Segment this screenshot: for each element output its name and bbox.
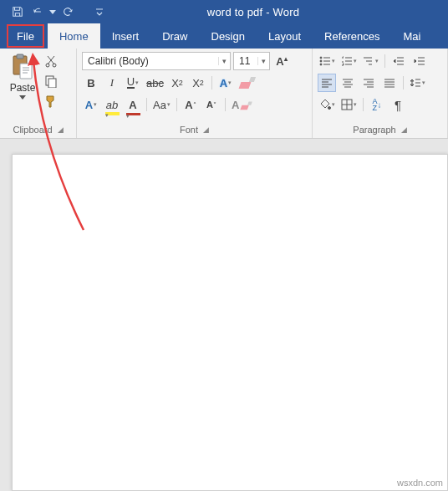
separator xyxy=(225,98,226,111)
align-right-button[interactable] xyxy=(359,74,378,92)
align-left-button[interactable] xyxy=(318,74,336,92)
strike-button[interactable]: abc xyxy=(145,74,165,92)
change-case-button[interactable]: Aa xyxy=(151,95,172,114)
multilevel-list-button[interactable] xyxy=(361,52,380,70)
paste-label: Paste xyxy=(10,82,36,94)
borders-button[interactable] xyxy=(339,95,359,114)
ribbon-tabs: File Home Insert Draw Design Layout Refe… xyxy=(0,23,448,49)
tab-references[interactable]: References xyxy=(313,23,391,49)
tab-design[interactable]: Design xyxy=(200,23,257,49)
font-size-combo[interactable]: 11 ▾ xyxy=(233,52,270,70)
chevron-down-icon[interactable]: ▾ xyxy=(218,57,230,65)
undo-more-caret-icon[interactable] xyxy=(48,3,57,21)
bold-button[interactable]: B xyxy=(82,74,100,92)
tab-home[interactable]: Home xyxy=(48,23,100,49)
undo-icon[interactable] xyxy=(28,3,47,21)
customize-qat-caret-icon[interactable] xyxy=(90,3,109,21)
group-font: Calibri (Body) ▾ 11 ▾ A▴ B I U abc X2 xyxy=(77,49,313,138)
font-launcher-icon[interactable]: ◢ xyxy=(203,125,209,134)
highlight-button[interactable]: ab xyxy=(103,95,121,114)
font-name-combo[interactable]: Calibri (Body) ▾ xyxy=(82,52,231,70)
chevron-down-icon[interactable]: ▾ xyxy=(257,57,269,65)
window-title: word to pdf - Word xyxy=(109,6,398,18)
line-spacing-button[interactable] xyxy=(408,74,427,92)
numbering-button[interactable] xyxy=(339,52,359,70)
group-font-label: Font xyxy=(180,125,198,135)
increase-indent-button[interactable] xyxy=(410,52,429,70)
sort-button[interactable]: AZ ↓ xyxy=(368,95,386,114)
clipboard-launcher-icon[interactable]: ◢ xyxy=(58,125,64,134)
svg-rect-6 xyxy=(48,79,56,88)
ribbon: Paste Clipboard ◢ xyxy=(0,49,448,139)
italic-button[interactable]: I xyxy=(103,74,121,92)
paragraph-launcher-icon[interactable]: ◢ xyxy=(401,125,407,134)
group-paragraph-label: Paragraph xyxy=(353,125,395,135)
document-workspace xyxy=(0,139,448,491)
text-effects-button[interactable]: A xyxy=(216,74,235,92)
format-painter-icon[interactable] xyxy=(43,94,59,109)
eraser-icon xyxy=(240,77,253,89)
underline-button[interactable]: U xyxy=(124,74,142,92)
paste-button[interactable]: Paste xyxy=(5,52,40,123)
redo-icon[interactable] xyxy=(59,3,77,21)
copy-icon[interactable] xyxy=(43,74,59,89)
save-icon[interactable] xyxy=(8,3,27,21)
separator xyxy=(403,76,404,90)
separator xyxy=(211,76,212,90)
svg-point-7 xyxy=(320,57,322,59)
svg-point-8 xyxy=(320,60,322,62)
font-color-button[interactable]: A xyxy=(124,95,142,114)
document-page[interactable] xyxy=(12,154,448,491)
grow-font-button[interactable]: A▴ xyxy=(272,52,291,70)
svg-point-9 xyxy=(320,64,322,65)
show-hide-paragraph-button[interactable]: ¶ xyxy=(389,95,407,114)
eraser-icon xyxy=(242,102,251,110)
separator xyxy=(146,98,147,111)
subscript-button[interactable]: X2 xyxy=(168,74,186,92)
group-clipboard-label: Clipboard xyxy=(13,125,52,135)
svg-point-10 xyxy=(328,107,331,110)
tab-draw[interactable]: Draw xyxy=(150,23,199,49)
separator xyxy=(363,98,364,111)
paste-icon xyxy=(10,54,35,80)
grow-font-alt-button[interactable]: A˄ xyxy=(181,95,200,114)
separator xyxy=(384,54,385,68)
tab-mailings[interactable]: Mai xyxy=(392,23,433,49)
tab-insert[interactable]: Insert xyxy=(100,23,151,49)
justify-button[interactable] xyxy=(380,74,399,92)
clear-formatting-button[interactable] xyxy=(237,74,256,92)
text-fill-button[interactable]: A xyxy=(82,95,100,114)
shrink-font-button[interactable]: A˅ xyxy=(202,95,221,114)
bullets-button[interactable] xyxy=(318,52,337,70)
decrease-indent-button[interactable] xyxy=(389,52,408,70)
title-bar: word to pdf - Word xyxy=(0,0,448,23)
separator xyxy=(176,98,177,111)
quick-access-toolbar xyxy=(0,3,109,21)
tab-layout[interactable]: Layout xyxy=(257,23,313,49)
shading-button[interactable] xyxy=(318,95,337,114)
clear-all-formatting-button[interactable]: A xyxy=(230,95,254,114)
cut-icon[interactable] xyxy=(43,54,59,69)
tab-file[interactable]: File xyxy=(7,24,44,48)
group-paragraph: AZ ↓ ¶ Paragraph ◢ xyxy=(313,49,448,138)
svg-rect-1 xyxy=(17,54,23,59)
paste-caret-icon[interactable] xyxy=(19,95,26,100)
superscript-button[interactable]: X2 xyxy=(189,74,207,92)
watermark: wsxdn.com xyxy=(397,478,443,488)
svg-rect-2 xyxy=(20,64,32,79)
group-clipboard: Paste Clipboard ◢ xyxy=(0,49,77,138)
align-center-button[interactable] xyxy=(339,74,357,92)
